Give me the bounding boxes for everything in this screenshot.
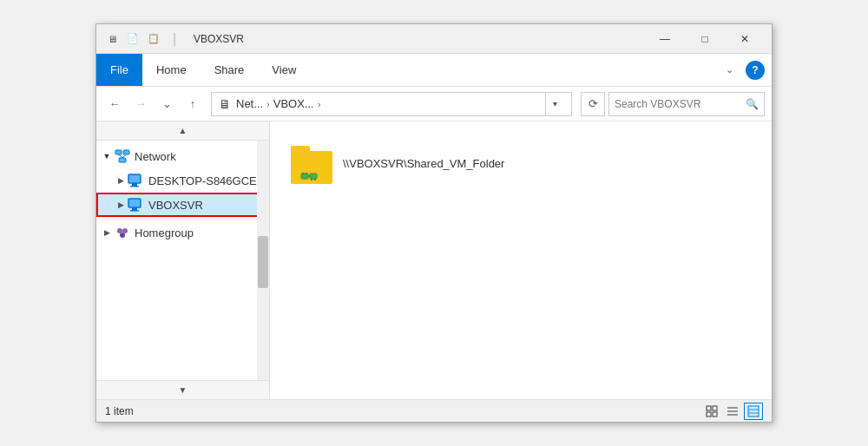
- refresh-button[interactable]: ⟳: [581, 92, 605, 116]
- view-buttons: [702, 403, 763, 420]
- svg-rect-20: [314, 179, 316, 180]
- window-title: VBOXSVR: [190, 33, 645, 45]
- divider-icon: |: [166, 32, 183, 46]
- svg-rect-19: [311, 179, 312, 180]
- svg-rect-10: [130, 210, 139, 212]
- svg-rect-24: [713, 412, 717, 416]
- help-button[interactable]: ?: [746, 61, 765, 80]
- desktop-computer-icon: [128, 172, 145, 189]
- svg-rect-15: [310, 174, 317, 179]
- svg-rect-23: [707, 412, 711, 416]
- address-crumbs: Net... › VBOX... ›: [236, 97, 545, 110]
- sidebar-content: ▼ Network ▶: [96, 141, 269, 248]
- svg-rect-7: [130, 186, 139, 187]
- minimize-button[interactable]: —: [645, 24, 685, 54]
- sidebar: ▲ ▼ Network: [96, 121, 270, 399]
- forward-button: →: [129, 93, 152, 115]
- sidebar-item-homegroup[interactable]: ▶ Homegroup: [96, 220, 269, 245]
- svg-line-3: [119, 154, 123, 158]
- sidebar-item-network[interactable]: ▼ Network: [96, 144, 269, 168]
- menu-file[interactable]: File: [96, 54, 142, 86]
- search-input[interactable]: [615, 98, 746, 110]
- address-dropdown[interactable]: ▾: [545, 92, 564, 116]
- svg-rect-28: [748, 406, 759, 416]
- file-label: \\VBOXSVR\Shared_VM_Folder: [343, 157, 504, 170]
- svg-rect-9: [132, 207, 137, 210]
- network-expand-icon: ▼: [100, 149, 114, 163]
- search-box[interactable]: 🔍: [608, 92, 765, 116]
- monitor-icon: 🖥: [103, 32, 121, 46]
- homegroup-expand-icon: ▶: [100, 226, 114, 239]
- maximize-button[interactable]: □: [685, 24, 725, 54]
- vboxsvr-label: VBOXSVR: [148, 199, 203, 212]
- address-path[interactable]: 🖥 Net... › VBOX... › ▾: [211, 92, 572, 116]
- desktop-label: DESKTOP-S846GCE: [148, 174, 257, 187]
- sidebar-scroll-down[interactable]: ▼: [96, 380, 269, 399]
- main-content: ▲ ▼ Network: [96, 121, 772, 399]
- folder-network-icon: [299, 170, 324, 184]
- crumb-sep2: ›: [318, 99, 321, 109]
- menu-right: ⌄ ?: [720, 61, 772, 80]
- menubar: File Home Share View ⌄ ?: [96, 54, 772, 87]
- svg-point-12: [122, 228, 128, 233]
- file-zone: \\VBOXSVR\Shared_VM_Folder: [270, 121, 772, 399]
- svg-rect-18: [306, 173, 307, 174]
- crumb-sep1: ›: [266, 99, 270, 109]
- recent-button[interactable]: ⌄: [155, 93, 178, 115]
- crumb-net[interactable]: Net...: [236, 97, 263, 110]
- list-item[interactable]: \\VBOXSVR\Shared_VM_Folder: [284, 135, 511, 191]
- vboxsvr-expand-icon: ▶: [114, 198, 128, 212]
- svg-rect-8: [128, 199, 141, 207]
- svg-line-4: [122, 154, 127, 158]
- svg-point-11: [117, 228, 122, 233]
- homegroup-label: Homegroup: [135, 226, 194, 239]
- svg-rect-21: [707, 406, 711, 410]
- svg-rect-0: [115, 150, 122, 154]
- titlebar-icons: 🖥 📄 📋 |: [103, 32, 183, 46]
- svg-rect-5: [128, 174, 141, 183]
- sidebar-scrollbar-thumb: [258, 236, 268, 288]
- grid-view-button[interactable]: [702, 403, 721, 420]
- homegroup-icon: [114, 224, 131, 241]
- document-icon: 📄: [124, 32, 141, 46]
- menu-view[interactable]: View: [258, 54, 310, 86]
- back-button[interactable]: ←: [103, 93, 126, 115]
- svg-rect-17: [302, 173, 304, 174]
- search-icon: 🔍: [746, 98, 759, 110]
- network-icon: [114, 148, 131, 165]
- svg-rect-22: [713, 406, 717, 410]
- titlebar: 🖥 📄 📋 | VBOXSVR — □ ✕: [96, 24, 772, 54]
- vboxsvr-computer-icon: [128, 196, 145, 213]
- sidebar-scroll-up[interactable]: ▲: [96, 121, 269, 141]
- status-item-count: 1 item: [105, 405, 702, 417]
- menu-share[interactable]: Share: [201, 54, 259, 86]
- sidebar-item-desktop[interactable]: ▶ DESKTOP-S846GCE: [96, 168, 269, 193]
- desktop-expand-icon: ▶: [114, 174, 128, 187]
- details-view-button[interactable]: [744, 403, 763, 420]
- sidebar-scrollbar[interactable]: [257, 141, 269, 380]
- sidebar-item-vboxsvr[interactable]: ▶ VBOXSVR: [96, 193, 269, 217]
- menu-home[interactable]: Home: [142, 54, 201, 86]
- menu-expand-chevron[interactable]: ⌄: [720, 61, 739, 79]
- svg-rect-2: [119, 158, 126, 162]
- explorer-window: 🖥 📄 📋 | VBOXSVR — □ ✕ File Home Share Vi…: [95, 23, 773, 423]
- svg-point-13: [120, 233, 125, 238]
- window-controls: — □ ✕: [645, 24, 765, 54]
- list-view-button[interactable]: [723, 403, 742, 420]
- folder-icon: [291, 142, 332, 184]
- svg-rect-1: [123, 150, 129, 154]
- svg-rect-6: [132, 183, 137, 186]
- up-button[interactable]: ↑: [181, 93, 204, 115]
- path-computer-icon: 🖥: [219, 97, 231, 111]
- crumb-vbox[interactable]: VBOX...: [273, 97, 314, 110]
- addressbar: ← → ⌄ ↑ 🖥 Net... › VBOX... › ▾ ⟳ 🔍: [96, 87, 772, 121]
- close-button[interactable]: ✕: [725, 24, 765, 54]
- network-label: Network: [135, 150, 176, 163]
- statusbar: 1 item: [96, 399, 772, 422]
- document2-icon: 📋: [145, 32, 162, 46]
